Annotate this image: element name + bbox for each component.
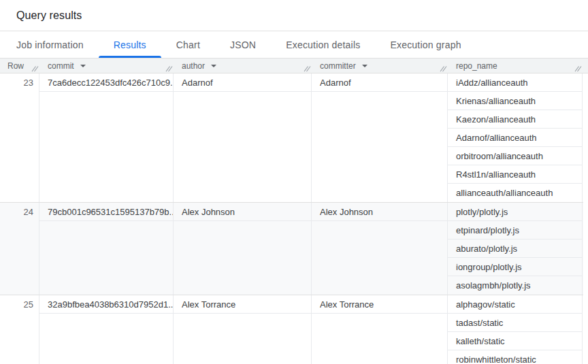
cell-repo-name: iAddz/allianceauth Krienas/allianceauth … xyxy=(448,73,583,202)
cell-commit: 32a9bfbea4038b6310d7952d1... xyxy=(39,295,174,364)
column-menu-icon[interactable] xyxy=(362,65,368,67)
table-row: 25 32a9bfbea4038b6310d7952d1... Alex Tor… xyxy=(0,295,583,364)
row-number: 23 xyxy=(0,73,39,92)
tab-label: Chart xyxy=(176,39,200,50)
tab-results[interactable]: Results xyxy=(99,31,161,58)
cell-commit: 7ca6decc122453dfc426c710c9... xyxy=(39,73,174,202)
column-header-label: commit xyxy=(48,61,74,71)
repo-name-value: alphagov/static xyxy=(448,295,582,314)
tab-label: Execution details xyxy=(286,39,360,50)
cell-commit: 79cb001c96531c1595137b79b... xyxy=(39,203,174,295)
cell-author: Adarnof xyxy=(174,73,312,202)
row-number: 24 xyxy=(0,203,39,221)
column-header-committer: committer xyxy=(312,59,448,73)
tab-execution-graph[interactable]: Execution graph xyxy=(375,31,476,58)
row-number-cell: 25 xyxy=(0,295,39,364)
repo-name-value: kalleth/static xyxy=(448,332,582,350)
repo-name-value: robinwhittleton/static xyxy=(448,350,582,364)
column-header-commit: commit xyxy=(39,59,174,73)
column-header-label: Row xyxy=(7,61,24,71)
column-resize-handle[interactable] xyxy=(439,64,447,72)
repo-name-value: iongroup/plotly.js xyxy=(448,258,582,276)
cell-committer: Adarnof xyxy=(312,73,448,202)
tab-label: Job information xyxy=(16,39,84,50)
cell-author: Alex Johnson xyxy=(174,203,312,295)
repo-name-value: orbitroom/allianceauth xyxy=(448,147,582,165)
row-number-cell: 24 xyxy=(0,203,39,295)
row-number-cell: 23 xyxy=(0,73,39,202)
repo-name-value: allianceauth/allianceauth xyxy=(448,184,582,202)
column-header-repo-name: repo_name xyxy=(448,59,583,73)
query-results-panel: Query results Job information Results Ch… xyxy=(0,0,588,364)
repo-name-value: Kaezon/allianceauth xyxy=(448,110,582,129)
row-number: 25 xyxy=(0,295,39,314)
repo-name-value: plotly/plotly.js xyxy=(448,203,582,221)
table-header-gutter xyxy=(583,59,588,73)
tab-label: Results xyxy=(114,39,146,50)
repo-name-value: tadast/static xyxy=(448,314,582,332)
cell-repo-name: alphagov/static tadast/static kalleth/st… xyxy=(448,295,583,364)
tab-execution-details[interactable]: Execution details xyxy=(271,31,375,58)
repo-name-value: etpinard/plotly.js xyxy=(448,221,582,239)
column-header-label: repo_name xyxy=(456,61,497,71)
cell-repo-name: plotly/plotly.js etpinard/plotly.js abur… xyxy=(448,203,583,295)
tab-bar: Job information Results Chart JSON Execu… xyxy=(0,31,588,59)
column-resize-handle[interactable] xyxy=(165,64,173,72)
table-row: 24 79cb001c96531c1595137b79b... Alex Joh… xyxy=(0,203,583,295)
column-header-author: author xyxy=(174,59,312,73)
repo-name-value: R4stl1n/allianceauth xyxy=(448,165,582,184)
repo-name-value: aburato/plotly.js xyxy=(448,239,582,258)
cell-author: Alex Torrance xyxy=(174,295,312,364)
cell-committer: Alex Johnson xyxy=(312,203,448,295)
page-title: Query results xyxy=(16,10,82,22)
cell-committer: Alex Torrance xyxy=(312,295,448,364)
column-menu-icon[interactable] xyxy=(80,65,86,67)
column-resize-handle[interactable] xyxy=(574,64,582,72)
tab-json[interactable]: JSON xyxy=(215,31,271,58)
column-header-row: Row xyxy=(0,59,39,73)
table-header: Row commit author committer xyxy=(0,59,588,73)
column-menu-icon[interactable] xyxy=(211,65,216,67)
table-body: 23 7ca6decc122453dfc426c710c9... Adarnof… xyxy=(0,73,583,364)
repo-name-value: Krienas/allianceauth xyxy=(448,92,582,110)
column-resize-handle[interactable] xyxy=(303,64,311,72)
column-header-label: committer xyxy=(320,61,356,71)
column-resize-handle[interactable] xyxy=(31,64,39,72)
repo-name-value: asolagmbh/plotly.js xyxy=(448,276,582,295)
tab-job-information[interactable]: Job information xyxy=(1,31,99,58)
repo-name-value: iAddz/allianceauth xyxy=(448,73,582,92)
active-tab-indicator xyxy=(99,56,161,58)
table-row: 23 7ca6decc122453dfc426c710c9... Adarnof… xyxy=(0,73,583,203)
tab-label: JSON xyxy=(230,39,256,50)
tab-label: Execution graph xyxy=(390,39,461,50)
repo-name-value: Adarnof/allianceauth xyxy=(448,129,582,147)
tab-chart[interactable]: Chart xyxy=(161,31,215,58)
titlebar: Query results xyxy=(0,0,588,31)
column-header-label: author xyxy=(182,61,205,71)
